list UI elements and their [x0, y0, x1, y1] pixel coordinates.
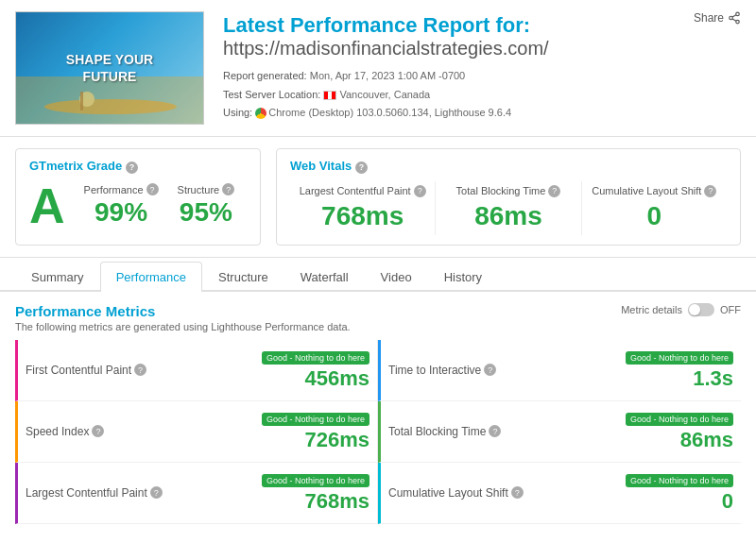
tbt-score: 86ms	[626, 428, 733, 452]
metrics-grid: First Contentful Paint ? Good - Nothing …	[15, 340, 741, 524]
lcp-metric-name: Largest Contentful Paint ?	[26, 486, 163, 500]
cls-metric-badge: Good - Nothing to do here	[626, 474, 733, 487]
web-vitals-title: Web Vitals ?	[290, 159, 727, 174]
fcp-help-icon[interactable]: ?	[134, 364, 146, 376]
tti-name: Time to Interactive ?	[388, 364, 496, 377]
performance-help[interactable]: ?	[146, 183, 159, 195]
lcp-metric-result: Good - Nothing to do here 768ms	[262, 472, 369, 514]
tti-result: Good - Nothing to do here 1.3s	[626, 349, 733, 391]
tab-video[interactable]: Video	[365, 262, 428, 292]
tti-metric-row: Time to Interactive ? Good - Nothing to …	[378, 340, 741, 401]
tbt-label: Total Blocking Time ?	[443, 185, 573, 197]
tti-help-icon[interactable]: ?	[484, 364, 496, 376]
tti-score: 1.3s	[626, 366, 733, 391]
tbt-value: 86ms	[443, 201, 573, 231]
si-badge: Good - Nothing to do here	[262, 413, 369, 426]
metric-toggle[interactable]: Metric details OFF	[621, 303, 741, 316]
share-button[interactable]: Share	[694, 11, 741, 25]
tbt-vital: Total Blocking Time ? 86ms	[436, 181, 581, 235]
metric-details-label: Metric details	[621, 304, 682, 315]
tbt-name: Total Blocking Time ?	[388, 425, 501, 438]
svg-point-5	[736, 20, 740, 24]
performance-label: Performance ?	[84, 183, 159, 195]
fcp-badge: Good - Nothing to do here	[262, 351, 369, 365]
structure-value: 95%	[178, 197, 235, 228]
tab-history[interactable]: History	[428, 262, 498, 292]
lcp-metric-badge: Good - Nothing to do here	[262, 474, 369, 487]
tbt-result: Good - Nothing to do here 86ms	[626, 411, 733, 452]
generated-label: Report generated:	[223, 70, 307, 81]
cls-label: Cumulative Layout Shift ?	[590, 185, 719, 197]
tab-waterfall[interactable]: Waterfall	[284, 262, 365, 292]
header: SHAPE YOUR FUTURE Latest Performance Rep…	[0, 0, 756, 137]
svg-line-7	[732, 15, 736, 17]
fcp-name: First Contentful Paint ?	[26, 364, 146, 377]
si-score: 726ms	[262, 428, 369, 452]
tbt-badge: Good - Nothing to do here	[626, 413, 733, 426]
server-value: Vancouver, Canada	[339, 89, 430, 100]
fcp-score: 456ms	[262, 366, 369, 391]
gtmetrix-grade-title: GTmetrix Grade ?	[29, 159, 247, 174]
si-metric-row: Speed Index ? Good - Nothing to do here …	[15, 401, 378, 463]
using-label: Using:	[223, 107, 252, 118]
svg-point-3	[736, 12, 740, 15]
structure-label: Structure ?	[178, 183, 235, 195]
cls-metric-row: Cumulative Layout Shift ? Good - Nothing…	[378, 463, 741, 524]
gtmetrix-grade-box: GTmetrix Grade ? A Performance ? 99% Str…	[15, 148, 261, 246]
performance-metric: Performance ? 99%	[84, 183, 159, 228]
header-info: Latest Performance Report for: https://m…	[223, 13, 549, 123]
web-vitals-box: Web Vitals ? Largest Contentful Paint ? …	[276, 148, 741, 246]
web-vitals-help[interactable]: ?	[355, 161, 368, 174]
svg-point-4	[730, 16, 733, 20]
cls-help[interactable]: ?	[704, 185, 716, 197]
cls-metric-help-icon[interactable]: ?	[511, 486, 524, 499]
lcp-metric-help-icon[interactable]: ?	[150, 486, 163, 499]
generated-value: Mon, Apr 17, 2023 1:00 AM -0700	[310, 70, 466, 81]
performance-value: 99%	[84, 197, 159, 228]
tab-summary[interactable]: Summary	[15, 262, 100, 292]
structure-help[interactable]: ?	[222, 183, 234, 195]
structure-metric: Structure ? 95%	[178, 183, 235, 228]
tbt-metric-row: Total Blocking Time ? Good - Nothing to …	[378, 401, 741, 463]
performance-section: Metric details OFF Performance Metrics T…	[0, 292, 756, 535]
gtmetrix-grade-help[interactable]: ?	[126, 161, 138, 174]
tab-performance[interactable]: Performance	[100, 262, 202, 292]
toggle-label: OFF	[720, 304, 741, 315]
lcp-label: Largest Contentful Paint ?	[298, 185, 427, 197]
si-help-icon[interactable]: ?	[92, 425, 104, 437]
cls-metric-result: Good - Nothing to do here 0	[626, 472, 733, 514]
fcp-metric-row: First Contentful Paint ? Good - Nothing …	[15, 340, 378, 401]
share-label: Share	[694, 11, 724, 25]
using-value: Chrome (Desktop) 103.0.5060.134, Lightho…	[268, 107, 511, 118]
lcp-vital: Largest Contentful Paint ? 768ms	[290, 181, 436, 235]
lcp-help[interactable]: ?	[414, 185, 426, 197]
tabs: Summary Performance Structure Waterfall …	[0, 262, 756, 292]
perf-subtitle: The following metrics are generated usin…	[15, 321, 741, 332]
cls-value: 0	[590, 201, 719, 231]
server-label: Test Server Location:	[223, 89, 320, 100]
grades-section: GTmetrix Grade ? A Performance ? 99% Str…	[0, 137, 756, 258]
toggle-switch[interactable]	[688, 303, 714, 316]
lcp-value: 768ms	[298, 201, 427, 231]
cls-metric-name: Cumulative Layout Shift ?	[388, 486, 524, 500]
report-url: https://madisonfinancialstrategies.com/	[223, 38, 549, 59]
tab-structure[interactable]: Structure	[202, 262, 284, 292]
web-vitals-content: Largest Contentful Paint ? 768ms Total B…	[290, 181, 727, 235]
svg-rect-2	[80, 92, 83, 110]
tbt-help[interactable]: ?	[548, 185, 560, 197]
report-title: Latest Performance Report for:	[223, 13, 549, 38]
toggle-knob	[689, 304, 700, 315]
grade-metrics: Performance ? 99% Structure ? 95%	[84, 183, 235, 228]
fcp-result: Good - Nothing to do here 456ms	[262, 349, 369, 391]
lcp-metric-score: 768ms	[262, 489, 369, 514]
cls-metric-score: 0	[626, 489, 733, 514]
site-thumbnail: SHAPE YOUR FUTURE	[15, 11, 204, 125]
report-meta: Report generated: Mon, Apr 17, 2023 1:00…	[223, 67, 549, 123]
svg-point-0	[44, 99, 177, 114]
grade-content: A Performance ? 99% Structure ? 95%	[29, 181, 247, 230]
svg-line-6	[732, 19, 736, 21]
si-result: Good - Nothing to do here 726ms	[262, 411, 369, 452]
cls-vital: Cumulative Layout Shift ? 0	[582, 181, 727, 235]
tbt-help-icon[interactable]: ?	[489, 425, 501, 437]
grade-letter: A	[29, 181, 65, 230]
